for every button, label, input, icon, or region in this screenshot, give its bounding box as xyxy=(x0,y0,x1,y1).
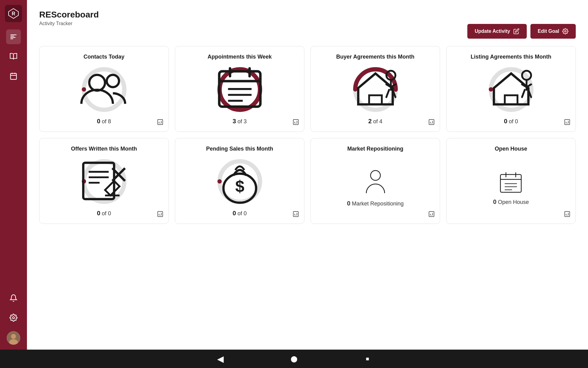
back-button[interactable]: ◀ xyxy=(214,353,227,365)
edit-goal-button[interactable]: Edit Goal xyxy=(530,24,576,39)
card-pending-sales-donut: $ xyxy=(215,157,264,206)
card-contacts-today: Contacts Today xyxy=(39,46,169,132)
sidebar-logo: R xyxy=(5,5,22,22)
cards-grid: Contacts Today xyxy=(39,46,576,224)
card-appointments-week-title: Appointments this Week xyxy=(208,54,272,60)
card-buyer-agreements-donut xyxy=(351,65,400,114)
card-market-repositioning-chart-button[interactable] xyxy=(428,211,435,219)
card-listing-agreements-donut xyxy=(487,65,536,114)
card-buyer-agreements: Buyer Agreements this Month xyxy=(311,46,440,132)
card-market-repositioning-title: Market Repositioning xyxy=(347,146,403,152)
update-activity-button[interactable]: Update Activity xyxy=(467,24,527,39)
svg-point-38 xyxy=(522,71,531,80)
sidebar-item-book[interactable] xyxy=(6,49,21,64)
open-house-icon xyxy=(499,170,523,195)
buyer-agreements-icon xyxy=(351,63,400,116)
main-content: REScoreboard Activity Tracker Update Act… xyxy=(27,0,588,350)
card-buyer-agreements-chart-button[interactable] xyxy=(428,119,435,127)
card-contacts-today-title: Contacts Today xyxy=(84,54,125,60)
svg-rect-29 xyxy=(293,120,299,125)
svg-rect-56 xyxy=(429,212,434,217)
svg-point-12 xyxy=(11,334,16,339)
sidebar-item-settings[interactable] xyxy=(6,310,21,325)
card-market-repositioning: Market Repositioning 0 Market Reposition… xyxy=(311,138,440,224)
card-appointments-week: Appointments this Week xyxy=(175,46,304,132)
sidebar: R xyxy=(0,0,27,350)
svg-point-33 xyxy=(386,71,395,80)
svg-point-14 xyxy=(565,31,566,32)
card-listing-agreements-title: Listing Agreements this Month xyxy=(471,54,551,60)
card-contacts-today-chart-button[interactable] xyxy=(157,119,164,127)
card-appointments-week-donut xyxy=(215,65,264,114)
svg-rect-54 xyxy=(293,212,299,217)
market-repositioning-stat: 0 Market Repositioning xyxy=(347,200,404,207)
svg-point-10 xyxy=(13,317,15,319)
svg-rect-39 xyxy=(565,120,570,125)
edit-goal-label: Edit Goal xyxy=(538,29,559,34)
card-pending-sales-title: Pending Sales this Month xyxy=(206,146,273,152)
svg-rect-34 xyxy=(429,120,434,125)
card-pending-sales-stat: 0 of 0 xyxy=(232,210,247,217)
card-listing-agreements: Listing Agreements this Month xyxy=(446,46,576,132)
sidebar-item-calendar[interactable] xyxy=(6,69,21,83)
market-repositioning-content: 0 Market Repositioning xyxy=(347,157,404,219)
market-repositioning-icon xyxy=(363,169,388,196)
open-house-content: 0 Open House xyxy=(493,157,529,219)
open-house-stat: 0 Open House xyxy=(493,198,529,205)
card-appointments-week-chart-button[interactable] xyxy=(292,119,299,127)
svg-rect-37 xyxy=(505,95,517,105)
bottom-nav: ◀ ⬤ ■ xyxy=(0,350,588,368)
card-offers-written-stat: 0 of 0 xyxy=(97,210,111,217)
svg-text:R: R xyxy=(12,11,15,16)
svg-rect-6 xyxy=(10,73,17,79)
home-button[interactable]: ⬤ xyxy=(288,353,300,365)
appointments-icon xyxy=(215,63,264,116)
gear-icon xyxy=(562,28,568,34)
svg-text:$: $ xyxy=(235,177,244,195)
logo-icon: R xyxy=(7,7,20,20)
card-offers-written-chart-button[interactable] xyxy=(157,211,164,219)
svg-rect-64 xyxy=(565,212,570,217)
offers-written-icon xyxy=(80,155,129,208)
edit-icon xyxy=(513,28,519,34)
page-header: REScoreboard Activity Tracker Update Act… xyxy=(39,10,576,39)
user-avatar[interactable] xyxy=(7,331,20,345)
card-pending-sales: Pending Sales this Month $ xyxy=(175,138,304,224)
svg-point-55 xyxy=(371,171,380,180)
sidebar-item-tasks[interactable] xyxy=(6,29,21,44)
header-actions: Update Activity Edit Goal xyxy=(467,24,576,39)
svg-point-18 xyxy=(107,75,119,87)
card-open-house: Open House 0 Open House xyxy=(446,138,576,224)
update-activity-label: Update Activity xyxy=(475,29,510,34)
svg-rect-32 xyxy=(369,95,382,105)
card-contacts-today-stat: 0 of 8 xyxy=(97,118,111,125)
contacts-icon xyxy=(80,63,129,116)
card-open-house-chart-button[interactable] xyxy=(564,211,571,219)
pending-sales-icon: $ xyxy=(215,155,264,208)
card-listing-agreements-stat: 0 of 0 xyxy=(504,118,518,125)
card-buyer-agreements-title: Buyer Agreements this Month xyxy=(336,54,414,60)
card-offers-written-title: Offers Written this Month xyxy=(71,146,137,152)
listing-agreements-icon xyxy=(487,63,536,116)
card-listing-agreements-chart-button[interactable] xyxy=(564,119,571,127)
svg-rect-19 xyxy=(158,120,163,125)
sidebar-item-notifications[interactable] xyxy=(6,291,21,305)
card-contacts-today-donut xyxy=(80,65,129,114)
page-title: REScoreboard xyxy=(39,10,576,20)
stop-button[interactable]: ■ xyxy=(361,353,374,365)
card-open-house-title: Open House xyxy=(495,146,527,152)
card-offers-written-donut xyxy=(80,157,129,206)
svg-point-17 xyxy=(89,75,105,90)
svg-rect-49 xyxy=(158,212,163,217)
card-appointments-week-stat: 3 of 3 xyxy=(232,118,247,125)
card-pending-sales-chart-button[interactable] xyxy=(292,211,299,219)
card-buyer-agreements-stat: 2 of 4 xyxy=(368,118,382,125)
card-offers-written: Offers Written this Month xyxy=(39,138,169,224)
